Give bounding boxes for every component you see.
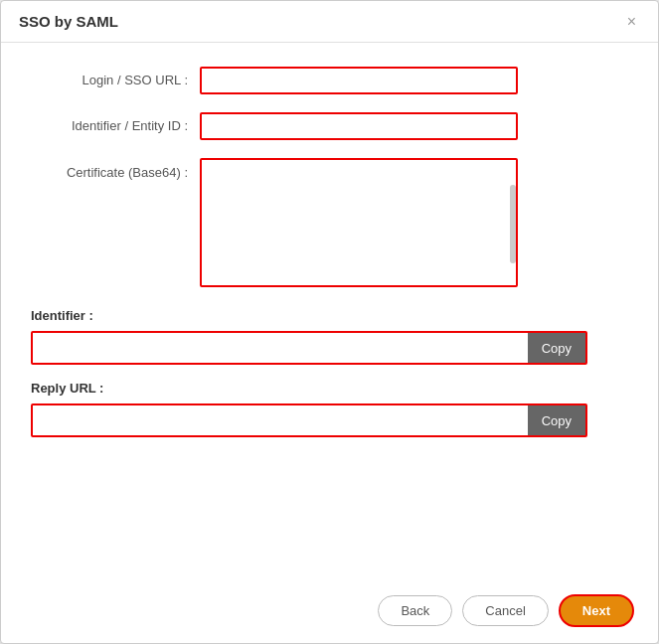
sso-saml-dialog: SSO by SAML × Login / SSO URL : Identifi…: [0, 0, 659, 644]
identifier-entity-id-input[interactable]: [200, 112, 518, 140]
identifier-copy-button[interactable]: Copy: [528, 333, 585, 363]
reply-url-copy-field: Copy: [31, 403, 587, 437]
login-sso-url-row: Login / SSO URL :: [31, 67, 628, 94]
dialog-title: SSO by SAML: [19, 13, 118, 30]
login-sso-url-label: Login / SSO URL :: [31, 67, 200, 94]
reply-url-value-input[interactable]: [33, 405, 528, 435]
certificate-wrapper: [200, 158, 518, 290]
identifier-section: Identifier : Copy: [31, 308, 628, 365]
certificate-row: Certificate (Base64) :: [31, 158, 628, 290]
login-sso-url-input[interactable]: [200, 67, 518, 94]
next-button[interactable]: Next: [559, 594, 634, 627]
identifier-copy-field: Copy: [31, 331, 587, 365]
certificate-label: Certificate (Base64) :: [31, 158, 200, 182]
dialog-body: Login / SSO URL : Identifier / Entity ID…: [1, 43, 658, 582]
close-button[interactable]: ×: [623, 14, 640, 30]
back-button[interactable]: Back: [378, 595, 452, 626]
dialog-header: SSO by SAML ×: [1, 1, 658, 43]
identifier-entity-id-label: Identifier / Entity ID :: [31, 112, 200, 140]
reply-url-section-label: Reply URL :: [31, 381, 628, 396]
dialog-footer: Back Cancel Next: [1, 582, 658, 643]
identifier-section-label: Identifier :: [31, 308, 628, 323]
certificate-input[interactable]: [200, 158, 518, 287]
identifier-value-input[interactable]: [33, 333, 528, 363]
identifier-entity-id-row: Identifier / Entity ID :: [31, 112, 628, 140]
reply-url-copy-button[interactable]: Copy: [528, 405, 585, 435]
cancel-button[interactable]: Cancel: [462, 595, 548, 626]
reply-url-section: Reply URL : Copy: [31, 381, 628, 437]
